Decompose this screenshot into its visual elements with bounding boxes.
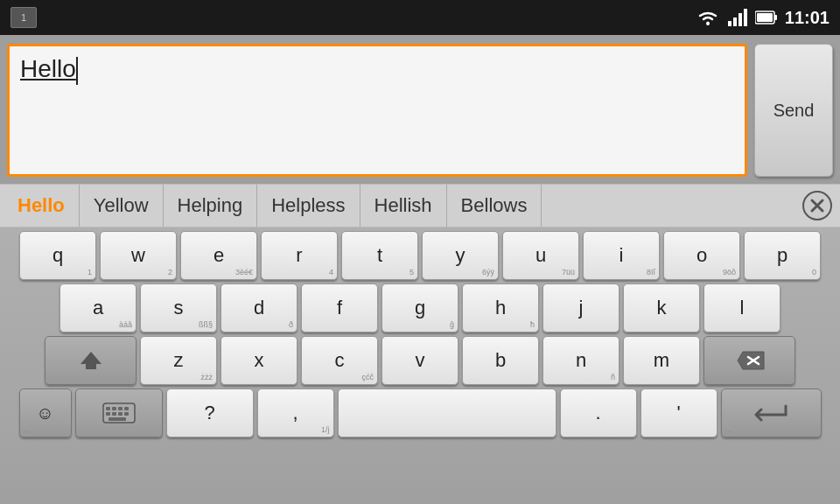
svg-rect-16 — [112, 407, 116, 410]
svg-rect-22 — [124, 412, 129, 416]
key-enter[interactable]: ... — [721, 388, 822, 438]
suggestion-helpless[interactable]: Helpless — [257, 185, 360, 227]
svg-rect-15 — [106, 407, 110, 410]
svg-rect-23 — [108, 417, 126, 421]
status-bar-left: 1 — [10, 7, 37, 28]
key-i[interactable]: i8ïî — [583, 231, 660, 280]
key-g[interactable]: gĝ — [382, 284, 458, 332]
key-t[interactable]: t5 — [341, 231, 418, 280]
key-b[interactable]: b — [462, 336, 539, 385]
suggestion-hellish[interactable]: Hellish — [360, 185, 447, 227]
send-button[interactable]: Send — [754, 44, 833, 177]
key-j[interactable]: j — [542, 284, 620, 332]
key-y[interactable]: y6ýÿ — [422, 231, 499, 280]
keyboard-row-3: zżżż x cçćč v b nñ m — [4, 336, 836, 385]
key-period[interactable]: . — [560, 388, 637, 438]
status-time: 11:01 — [785, 8, 830, 28]
text-input-box[interactable]: Hello — [7, 44, 747, 177]
key-space[interactable] — [338, 388, 556, 438]
text-cursor — [76, 57, 78, 85]
key-delete[interactable] — [704, 336, 795, 385]
svg-rect-20 — [112, 412, 116, 416]
key-k[interactable]: k — [623, 284, 700, 332]
key-o[interactable]: o9öô — [663, 231, 740, 280]
suggestion-helping[interactable]: Helping — [164, 185, 258, 227]
keyboard-switch-icon — [102, 402, 136, 424]
suggestions-row: Hello Yellow Helping Helpless Hellish Be… — [0, 184, 840, 228]
status-bar: 1 11:01 — [0, 0, 840, 35]
key-a[interactable]: aàáâ — [60, 284, 136, 332]
key-h[interactable]: hħ — [462, 284, 539, 332]
key-shift[interactable] — [45, 336, 136, 385]
key-w[interactable]: w2 — [100, 231, 177, 280]
key-e[interactable]: e3èé€ — [180, 231, 257, 280]
input-row: Hello Send — [0, 35, 840, 184]
key-comma[interactable]: ,1/j — [257, 388, 334, 438]
keyboard-row-2: aàáâ sßß§ dð f gĝ hħ j k l — [4, 284, 836, 332]
keyboard-row-1: q1 w2 e3èé€ r4 t5 y6ýÿ u7üü i8ïî o9öô p0 — [4, 231, 836, 280]
key-z[interactable]: zżżż — [140, 336, 217, 385]
suggestion-delete-button[interactable] — [798, 186, 836, 225]
input-text: Hello — [20, 55, 76, 82]
key-emoji[interactable]: ☺ ... — [19, 388, 72, 438]
svg-rect-19 — [106, 412, 110, 416]
main-area: Hello Send Hello Yellow Helping Helpless… — [0, 35, 840, 504]
svg-marker-11 — [80, 352, 102, 369]
key-question[interactable]: ? — [166, 388, 254, 438]
delete-icon — [734, 349, 766, 372]
enter-icon — [749, 401, 793, 425]
suggestion-bellows[interactable]: Bellows — [447, 185, 542, 227]
svg-rect-7 — [757, 13, 773, 22]
svg-rect-6 — [774, 15, 777, 20]
svg-rect-18 — [124, 407, 129, 410]
svg-point-0 — [706, 22, 710, 25]
key-s[interactable]: sßß§ — [140, 284, 217, 332]
key-apostrophe[interactable]: ' — [640, 388, 718, 438]
key-x[interactable]: x — [220, 336, 298, 385]
wifi-icon — [696, 9, 720, 26]
battery-icon — [755, 10, 778, 25]
svg-rect-17 — [118, 407, 122, 410]
svg-rect-4 — [744, 9, 747, 26]
key-r[interactable]: r4 — [261, 231, 338, 280]
signal-icon — [727, 9, 748, 26]
key-l[interactable]: l — [704, 284, 780, 332]
keyboard: q1 w2 e3èé€ r4 t5 y6ýÿ u7üü i8ïî o9öô p0… — [0, 228, 840, 504]
key-m[interactable]: m — [623, 336, 700, 385]
suggestion-hello[interactable]: Hello — [4, 185, 80, 227]
key-d[interactable]: dð — [220, 284, 298, 332]
svg-rect-3 — [738, 13, 742, 26]
status-bar-right: 11:01 — [696, 8, 830, 28]
key-f[interactable]: f — [301, 284, 378, 332]
key-keyboard-switch[interactable] — [75, 388, 163, 438]
svg-rect-2 — [733, 18, 737, 26]
key-p[interactable]: p0 — [744, 231, 821, 280]
app-icon: 1 — [10, 7, 37, 28]
shift-icon — [79, 348, 103, 373]
key-q[interactable]: q1 — [19, 231, 96, 280]
svg-rect-21 — [118, 412, 122, 416]
key-u[interactable]: u7üü — [502, 231, 579, 280]
suggestion-yellow[interactable]: Yellow — [80, 185, 164, 227]
key-c[interactable]: cçćč — [301, 336, 378, 385]
keyboard-row-4: ☺ ... ? ,1/j . — [4, 388, 836, 438]
key-v[interactable]: v — [382, 336, 458, 385]
svg-rect-1 — [728, 21, 732, 26]
key-n[interactable]: nñ — [542, 336, 620, 385]
